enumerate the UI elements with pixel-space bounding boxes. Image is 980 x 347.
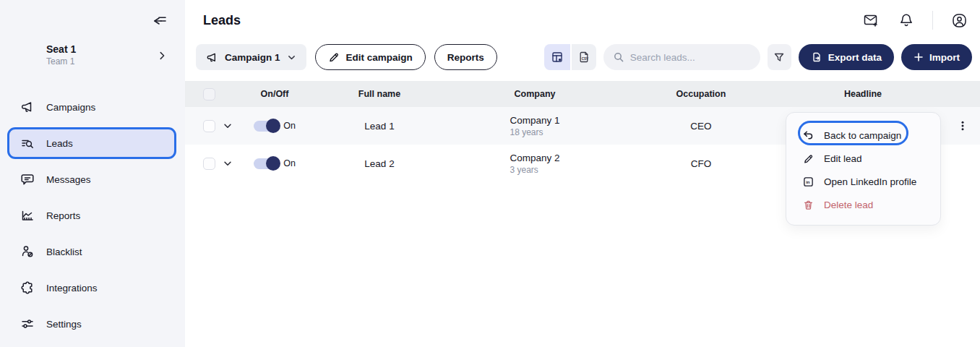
lead-on-off-toggle[interactable] (254, 158, 279, 169)
account-button[interactable] (950, 12, 968, 29)
user-block-icon (20, 244, 35, 259)
plus-icon (914, 52, 924, 62)
sidebar-item-campaigns[interactable]: Campaigns (0, 89, 185, 125)
company-tenure: 3 years (510, 165, 559, 175)
export-data-button[interactable]: Export data (799, 44, 894, 70)
search-input[interactable] (630, 52, 746, 63)
company-cell: Company 2 3 years (510, 153, 559, 175)
toolbar: Campaign 1 Edit campaign Reports (196, 44, 972, 70)
csv-file-icon: CSV (577, 51, 590, 64)
export-file-icon (811, 51, 822, 63)
megaphone-icon (20, 100, 35, 114)
company-cell: Company 1 18 years (510, 115, 559, 137)
mail-plus-icon (862, 12, 880, 29)
sidebar-item-settings[interactable]: Settings (0, 306, 185, 342)
sidebar-item-label: Blacklist (46, 247, 82, 257)
column-header-occupation: Occupation (622, 89, 781, 99)
menu-item-delete-lead[interactable]: Delete lead (786, 193, 940, 216)
chart-icon (20, 208, 35, 223)
occupation-cell: CFO (622, 158, 781, 169)
column-header-headline: Headline (781, 89, 945, 99)
toggle-knob (266, 156, 280, 171)
undo-arrow-icon (802, 129, 814, 141)
chevron-down-icon (223, 158, 233, 168)
page-title: Leads (203, 13, 241, 28)
row-actions-context-menu: Back to campaign Edit lead in Open Linke… (786, 112, 941, 226)
reports-button-label: Reports (447, 52, 484, 63)
company-name: Company 2 (510, 153, 559, 163)
seat-chevron-right-icon[interactable] (157, 51, 167, 61)
topbar-divider (932, 11, 933, 30)
column-header-fullname: Full name (311, 89, 448, 99)
funnel-icon (773, 51, 785, 63)
chevron-down-icon (287, 53, 296, 62)
table-settings-icon (551, 51, 564, 64)
company-name: Company 1 (510, 115, 559, 126)
sidebar-item-reports[interactable]: Reports (0, 197, 185, 234)
new-message-button[interactable] (862, 12, 880, 29)
menu-item-label: Edit lead (824, 153, 862, 164)
expand-row-button[interactable] (217, 158, 238, 168)
sidebar-item-blacklist[interactable]: Blacklist (0, 234, 185, 270)
chat-bubble-icon (20, 172, 35, 187)
export-data-label: Export data (828, 52, 882, 63)
menu-item-open-linkedin[interactable]: in Open LinkedIn profile (786, 170, 940, 193)
toggle-state-label: On (283, 158, 296, 168)
pencil-icon (328, 51, 340, 63)
view-toggle-group: CSV (544, 44, 596, 70)
sidebar-nav: Campaigns Leads Messages (0, 89, 185, 342)
svg-text:in: in (806, 180, 810, 184)
row-actions-menu-button[interactable] (954, 117, 971, 134)
collapse-sidebar-button[interactable] (151, 12, 168, 30)
row-checkbox[interactable] (203, 120, 215, 132)
menu-item-label: Delete lead (824, 200, 873, 210)
sidebar-item-label: Leads (46, 138, 73, 149)
notifications-button[interactable] (898, 12, 915, 29)
import-button[interactable]: Import (901, 44, 972, 70)
svg-text:CSV: CSV (581, 57, 588, 61)
linkedin-icon: in (802, 176, 814, 187)
expand-row-button[interactable] (217, 121, 238, 131)
table-view-toggle[interactable] (544, 44, 570, 70)
trash-icon (802, 200, 814, 210)
column-header-onoff: On/Off (238, 89, 311, 99)
menu-item-label: Open LinkedIn profile (824, 176, 916, 187)
search-icon (613, 51, 624, 63)
topbar (862, 0, 980, 40)
sidebar-item-messages[interactable]: Messages (0, 161, 185, 197)
menu-item-edit-lead[interactable]: Edit lead (786, 147, 940, 170)
lead-on-off-toggle[interactable] (254, 121, 279, 132)
sidebar-item-label: Settings (46, 319, 82, 330)
avatar-icon (951, 12, 968, 29)
lead-name: Lead 2 (311, 158, 448, 169)
sidebar-item-leads[interactable]: Leads (7, 127, 176, 159)
csv-view-toggle[interactable]: CSV (570, 44, 596, 70)
campaign-selector[interactable]: Campaign 1 (196, 44, 306, 70)
menu-item-label: Back to campaign (824, 130, 901, 141)
toggle-knob (266, 119, 280, 133)
main-content: Leads (185, 0, 980, 347)
edit-campaign-button[interactable]: Edit campaign (315, 44, 426, 70)
lead-name: Lead 1 (311, 121, 448, 132)
table-header-row: On/Off Full name Company Occupation Head… (185, 81, 980, 107)
seat-title: Seat 1 (46, 43, 76, 55)
sidebar: Seat 1 Team 1 Campaigns Leads (0, 0, 185, 347)
occupation-cell: CEO (622, 121, 781, 132)
reports-button[interactable]: Reports (434, 44, 497, 70)
select-all-checkbox[interactable] (203, 88, 215, 100)
edit-campaign-label: Edit campaign (346, 52, 413, 63)
sliders-icon (20, 317, 35, 331)
seat-selector[interactable]: Seat 1 Team 1 (46, 43, 76, 67)
menu-item-back-to-campaign[interactable]: Back to campaign (786, 124, 940, 147)
company-tenure: 18 years (510, 127, 559, 137)
puzzle-icon (20, 280, 35, 295)
column-header-company: Company (448, 89, 622, 99)
campaign-selector-label: Campaign 1 (225, 52, 280, 63)
row-checkbox[interactable] (203, 158, 215, 170)
sidebar-item-label: Campaigns (46, 102, 95, 113)
filter-button[interactable] (768, 44, 791, 70)
kebab-menu-icon (957, 120, 968, 132)
sidebar-item-integrations[interactable]: Integrations (0, 270, 185, 306)
chevron-down-icon (223, 121, 233, 131)
sidebar-item-label: Integrations (46, 283, 98, 294)
